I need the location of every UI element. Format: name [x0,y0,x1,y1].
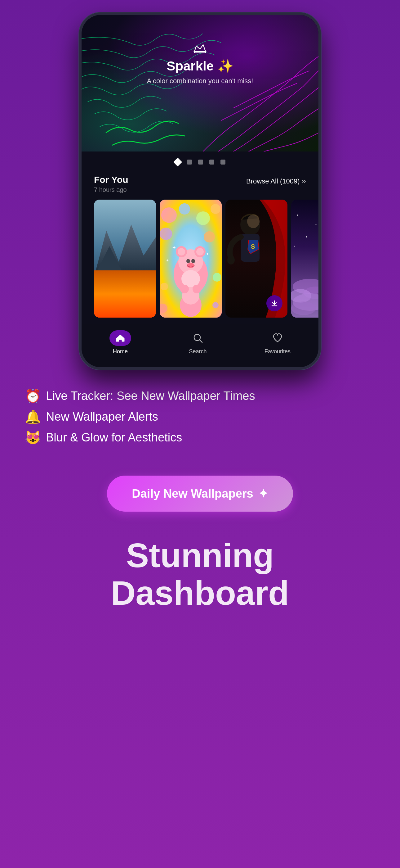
svg-text:S: S [251,243,255,250]
nav-item-favourites[interactable]: Favourites [265,330,291,355]
nav-item-home[interactable]: Home [109,330,131,355]
svg-point-1 [205,51,206,53]
cta-button[interactable]: Daily New Wallpapers ✦ [107,475,293,512]
svg-point-12 [160,227,172,240]
wallpaper-item-bears[interactable]: ✦ ✦ ✦ [160,199,222,318]
svg-point-26 [180,285,189,293]
hero-section: Sparkle ✨ A color combination you can't … [81,15,319,152]
browse-all-button[interactable]: Browse All (1009) » [246,176,306,186]
features-section: ⏰ Live Tracker: See New Wallpaper Times … [0,370,400,463]
feature-emoji-1: 🔔 [25,409,41,424]
feature-text-0: Live Tracker: See New Wallpaper Times [46,389,255,403]
hero-title: Sparkle ✨ [167,58,233,73]
feature-item-0: ⏰ Live Tracker: See New Wallpaper Times [25,389,375,404]
svg-point-13 [204,231,215,243]
svg-point-41 [247,215,260,228]
browse-all-label: Browse All (1009) [246,177,300,185]
dot-5[interactable] [221,160,226,164]
svg-point-40 [227,256,235,265]
svg-rect-5 [94,277,156,318]
svg-line-54 [200,340,202,342]
wallpaper-item-purple-clouds[interactable] [291,199,319,318]
svg-point-50 [306,236,307,238]
svg-point-48 [297,215,298,216]
svg-point-0 [194,51,195,53]
svg-point-47 [291,302,316,315]
wallpaper-grid: ✦ ✦ ✦ [81,199,319,318]
svg-point-30 [212,302,219,308]
browse-chevrons-icon: » [302,176,306,186]
wallpaper-purple-bg [291,199,319,318]
hero-subtitle: A color combination you can't miss! [147,77,253,85]
svg-point-8 [161,207,177,223]
svg-point-49 [316,224,316,225]
footer-heading-line2: Dashboard [111,574,289,612]
dot-3[interactable] [198,160,203,164]
svg-point-27 [193,285,201,293]
cta-label: Daily New Wallpapers [132,487,253,500]
svg-point-11 [210,204,221,214]
wallpaper-mountain-bg [94,199,156,318]
svg-point-6 [123,277,128,314]
bottom-heading: Stunning Dashboard [86,530,314,637]
favourites-icon-wrap [267,330,288,346]
section-time: 7 hours ago [94,186,128,193]
svg-text:✦: ✦ [206,251,209,256]
svg-text:✦: ✦ [172,245,176,250]
wallpaper-bears-bg: ✦ ✦ ✦ [160,199,222,318]
section-title-group: For You 7 hours ago [94,175,128,193]
svg-text:✦: ✦ [166,258,169,262]
phone-screen: Sparkle ✨ A color combination you can't … [81,15,319,367]
dot-2[interactable] [187,160,192,164]
svg-point-29 [213,273,222,282]
search-icon-wrap [187,330,209,346]
svg-point-19 [196,248,204,255]
search-nav-label: Search [189,348,206,355]
feature-item-2: 😻 Blur & Glow for Aesthetics [25,430,375,445]
feature-emoji-2: 😻 [25,430,41,445]
cta-icon: ✦ [258,487,268,500]
wallpaper-item-superman[interactable]: S [226,199,288,318]
svg-point-9 [179,203,190,215]
feature-text-2: Blur & Glow for Aesthetics [46,431,182,444]
svg-point-52 [294,246,295,247]
section-title: For You [94,175,128,185]
section-header: For You 7 hours ago Browse All (1009) » [81,172,319,199]
bottom-nav: Home Search [81,324,319,367]
feature-emoji-0: ⏰ [25,389,41,404]
download-button[interactable] [266,295,282,311]
phone-frame: Sparkle ✨ A color combination you can't … [79,12,321,370]
phone-wrapper: Sparkle ✨ A color combination you can't … [61,12,339,370]
dot-1[interactable] [173,158,182,166]
svg-point-20 [186,259,190,263]
crown-icon [193,43,207,57]
home-nav-label: Home [113,348,128,355]
feature-text-1: New Wallpaper Alerts [46,410,158,424]
svg-point-28 [161,283,168,290]
wallpaper-item-mountain[interactable] [94,199,156,318]
nav-item-search[interactable]: Search [187,330,209,355]
svg-point-17 [178,248,185,255]
svg-point-21 [191,259,195,263]
feature-item-1: 🔔 New Wallpaper Alerts [25,409,375,424]
favourites-nav-label: Favourites [265,348,291,355]
home-icon-wrap [109,330,131,346]
svg-point-53 [194,334,200,341]
cta-section: Daily New Wallpapers ✦ [0,463,400,530]
footer-heading-line1: Stunning [126,536,274,574]
pagination-dots [81,152,319,172]
dot-4[interactable] [209,160,214,164]
footer-heading: Stunning Dashboard [111,536,289,612]
svg-point-10 [196,211,210,225]
